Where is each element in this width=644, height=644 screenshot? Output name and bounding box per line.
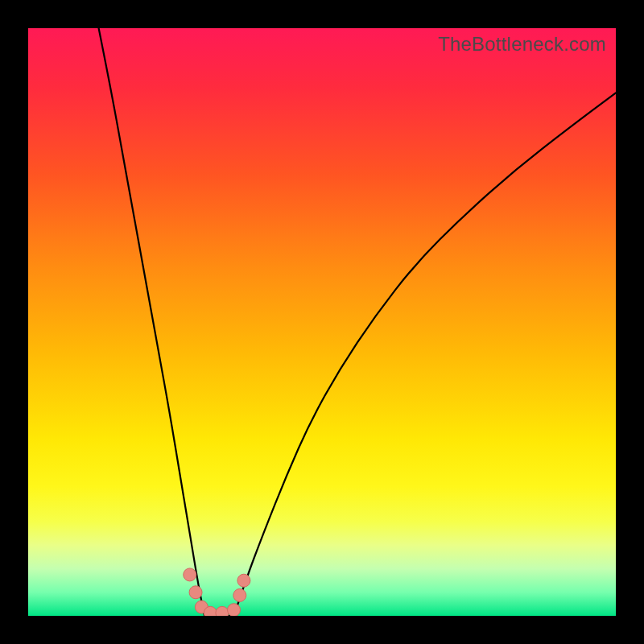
chart-frame: TheBottleneck.com	[0, 0, 644, 644]
data-marker	[204, 606, 217, 616]
bottleneck-curve	[28, 28, 616, 616]
watermark-text: TheBottleneck.com	[438, 33, 606, 56]
data-marker	[237, 574, 250, 587]
data-marker	[184, 568, 196, 581]
data-marker	[189, 586, 202, 599]
plot-area: TheBottleneck.com	[28, 28, 616, 616]
data-marker	[228, 604, 241, 616]
data-marker	[233, 588, 246, 601]
data-marker	[216, 606, 229, 616]
